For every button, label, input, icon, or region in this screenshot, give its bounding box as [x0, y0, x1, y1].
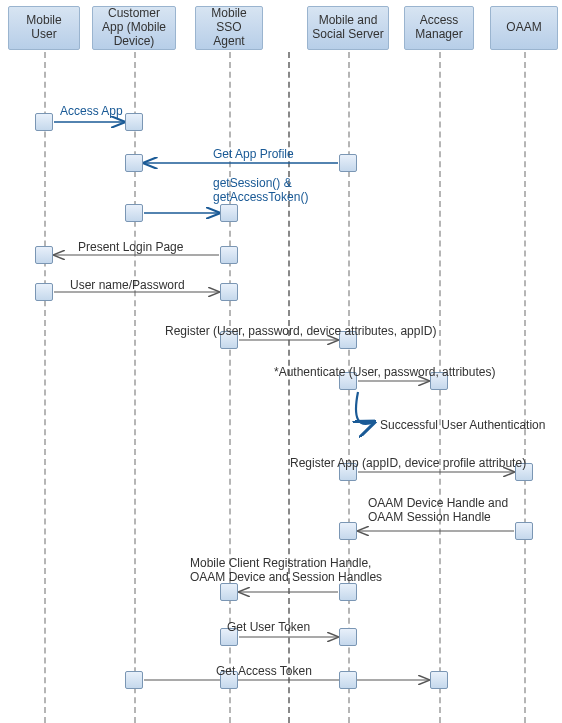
msg-register-app: Register App (appID, device profile attr…: [290, 456, 526, 470]
participant-mobile-user: Mobile User: [8, 6, 80, 50]
participant-oaam: OAAM: [490, 6, 558, 50]
seq-node: [125, 113, 143, 131]
lifeline-oaam: [524, 52, 526, 723]
seq-node: [35, 113, 53, 131]
msg-access-app: Access App: [60, 104, 123, 118]
participant-customer-app: Customer App (Mobile Device): [92, 6, 176, 50]
seq-node: [220, 246, 238, 264]
lifeline-customer-app: [134, 52, 136, 723]
seq-node: [220, 204, 238, 222]
seq-node: [220, 283, 238, 301]
participant-access-manager: Access Manager: [404, 6, 474, 50]
seq-node: [35, 283, 53, 301]
msg-getsession: getSession() & getAccessToken(): [213, 176, 308, 204]
seq-node: [515, 522, 533, 540]
msg-present-login: Present Login Page: [78, 240, 183, 254]
msg-get-app-profile: Get App Profile: [213, 147, 294, 161]
seq-node: [125, 154, 143, 172]
seq-node: [339, 628, 357, 646]
msg-authenticate: *Authenticate (User, password, attribute…: [274, 365, 495, 379]
seq-node: [220, 583, 238, 601]
msg-auth-success: Successful User Authentication: [380, 418, 545, 432]
msg-get-access-token: Get Access Token: [216, 664, 312, 678]
seq-node: [339, 671, 357, 689]
msg-register: Register (User, password, device attribu…: [165, 324, 436, 338]
msg-username-password: User name/Password: [70, 278, 185, 292]
lifeline-mobile-user: [44, 52, 46, 723]
seq-node: [339, 522, 357, 540]
msg-oaam-handles: OAAM Device Handle and OAAM Session Hand…: [368, 496, 508, 524]
participant-sso-agent: Mobile SSO Agent: [195, 6, 263, 50]
seq-node: [125, 204, 143, 222]
seq-node: [35, 246, 53, 264]
seq-node: [430, 671, 448, 689]
seq-node: [125, 671, 143, 689]
msg-client-registration: Mobile Client Registration Handle, OAAM …: [190, 556, 382, 584]
seq-node: [339, 583, 357, 601]
participant-ms-server: Mobile and Social Server: [307, 6, 389, 50]
seq-node: [339, 154, 357, 172]
msg-get-user-token: Get User Token: [227, 620, 310, 634]
